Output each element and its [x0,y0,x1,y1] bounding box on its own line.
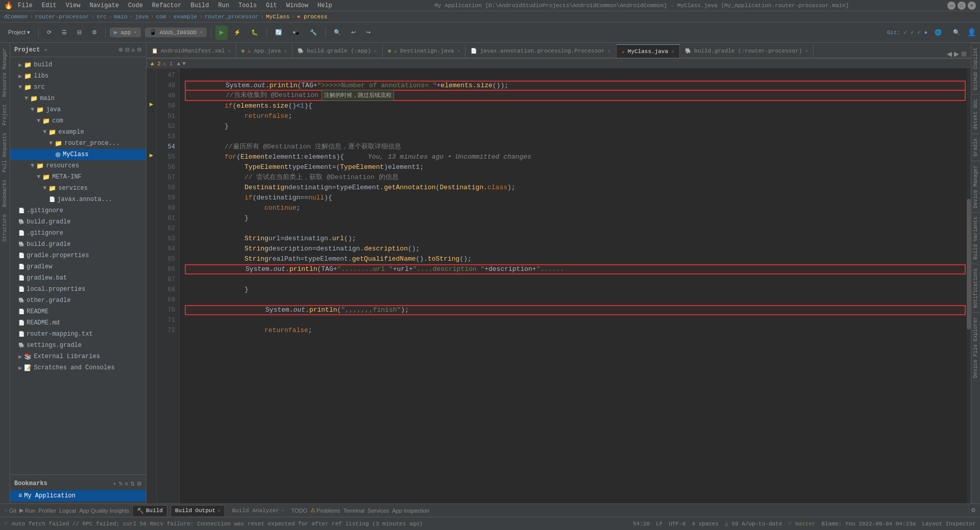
breadcrumb-src[interactable]: src [96,14,107,20]
breadcrumb-myclass[interactable]: MyClass [266,14,289,20]
tabs-more[interactable]: ⊞ [961,50,967,58]
avd-btn[interactable]: 📲 [288,26,304,40]
tree-src[interactable]: ▼ 📁 src [10,82,146,93]
tree-gitignore2[interactable]: 📄 .gitignore [10,228,146,239]
tree-myclass[interactable]: ⬤ MyClass [10,149,146,160]
bookmarks-edit-btn[interactable]: ✎ [118,481,123,487]
tab-build-gradle-app[interactable]: 🐘 build.gradle (:app) ✕ [292,44,382,58]
tool-profiler-btn[interactable]: Profiler [38,508,56,514]
bookmarks-add-btn[interactable]: + [113,481,116,487]
tree-router-mapping[interactable]: 📄 router-mapping.txt [10,329,146,340]
tree-build-gradle2[interactable]: 🐘 build.gradle [10,239,146,250]
settings-btn[interactable]: ⚙ [88,26,101,40]
tab-close-btn[interactable]: ✕ [284,48,287,54]
vtab-bookmarks[interactable]: Bookmarks [1,176,9,210]
breadcrumb-com[interactable]: com [156,14,166,20]
tree-ext-libs[interactable]: ▶ 📚 External Libraries [10,351,146,362]
right-tab-detekt[interactable]: detekt doc [972,94,979,134]
breadcrumb-process[interactable]: ● process [297,14,327,20]
bookmarks-my-app[interactable]: ≡ My Application [10,490,146,501]
tab-build-gradle-router[interactable]: 🐘 build.gradle (:router-processor) ✕ [680,44,814,58]
right-tab-device-manager[interactable]: Device Manager [972,161,979,212]
build-output-close[interactable]: ✕ [217,508,220,514]
tree-gradlew-bat[interactable]: 📄 gradlew.bat [10,272,146,284]
menu-git[interactable]: Git [262,1,281,10]
tool-git-btn[interactable]: ⑂ Git [4,508,16,514]
layout-inspector-btn[interactable]: Layout Inspector [922,521,976,527]
tab-close-btn[interactable]: ✕ [374,48,377,54]
vtab-resource-manager[interactable]: Resource Manager [1,45,9,100]
project-view-btn[interactable]: Project ▾ [4,26,34,40]
sidebar-settings-btn[interactable]: ≡ [132,46,135,53]
breadcrumb-example[interactable]: example [174,14,197,20]
tab-close-btn[interactable]: ✕ [805,48,808,54]
tree-javax-annot[interactable]: 📄 javax.annota... [10,194,146,205]
tab-androidmanifest[interactable]: 📋 AndroidManifest.xml ✕ [146,44,236,58]
tool-build-active[interactable]: 🔨 Build [132,505,167,516]
tree-local-props[interactable]: 📄 local.properties [10,284,146,295]
tree-build-gradle[interactable]: 🐘 build.gradle [10,216,146,228]
tree-gitignore[interactable]: 📄 .gitignore [10,205,146,216]
encoding-label[interactable]: UTF-8 [669,521,685,527]
warning-count[interactable]: ▲ 2 [151,61,161,67]
collapse-btn[interactable]: ⊟ [73,26,86,40]
tree-other-gradle[interactable]: 🐘 other.gradle [10,295,146,306]
code-content[interactable]: System.out.println(TAG + ">>>>>Number of… [180,68,971,503]
tool-todo-btn[interactable]: TODO [291,508,307,514]
gradle-sync-btn[interactable]: 🔄 [271,26,286,40]
tool-app-inspection-btn[interactable]: App Inspection [392,508,429,514]
tab-close-btn[interactable]: ✕ [671,48,674,55]
menu-view[interactable]: View [62,1,85,10]
right-tab-device-file[interactable]: Device File Explorer [972,312,979,382]
translate-btn[interactable]: 🌐 [930,26,946,40]
vtab-project[interactable]: Project [1,101,9,129]
error-count[interactable]: ⚠ 1 [163,60,173,67]
right-tab-notifications[interactable]: Notifications [972,264,979,312]
menu-refactor[interactable]: Refactor [148,1,186,10]
bookmarks-settings-btn[interactable]: ⚙ [137,481,142,487]
menu-navigate[interactable]: Navigate [85,1,123,10]
profile-button[interactable]: ⚡ [230,26,245,40]
tool-build-analyzer-tab[interactable]: Build Analyzer ✕ [228,505,288,516]
bookmarks-sort-btn[interactable]: ≡ [125,481,128,487]
search-everywhere-btn[interactable]: 🔍 [330,26,345,40]
tree-example[interactable]: ▼ 📁 example [10,127,146,138]
redo-btn[interactable]: ↪ [362,26,375,40]
undo-btn[interactable]: ↩ [347,26,360,40]
right-tab-gradle[interactable]: Gradle [972,134,979,161]
tree-java[interactable]: ▼ 📁 java [10,104,146,115]
nav-arrows-down[interactable]: ▼ [182,61,186,67]
close-button[interactable]: ✕ [968,2,976,10]
git-branch[interactable]: ⑂ master [788,521,815,527]
menu-edit[interactable]: Edit [38,1,61,10]
tree-gradle-props[interactable]: 📄 gradle.properties [10,250,146,261]
tree-build[interactable]: ▶ 📁 build [10,59,146,70]
sidebar-gear-btn[interactable]: ⚙ [137,46,142,53]
tabs-chevron-right[interactable]: ▶ [954,50,959,58]
scrollbar-thumb[interactable] [967,199,971,330]
tree-settings-gradle[interactable]: 🐘 settings.gradle [10,340,146,351]
breadcrumb-router-processor-pkg[interactable]: router_processor [205,14,259,20]
indent-label[interactable]: 4 spaces [692,521,719,527]
tab-javax-processor[interactable]: 📄 javax.annotation.processing.Processor … [465,44,616,58]
list-btn[interactable]: ☰ [58,26,71,40]
right-tab-github-copilot[interactable]: GitHub Copilot [972,43,979,94]
right-tab-build-variants[interactable]: Build Variants [972,212,979,264]
menu-help[interactable]: Help [313,1,336,10]
sync-btn[interactable]: ⟳ [43,26,56,40]
breadcrumb-main[interactable]: main [114,14,127,20]
tool-run-btn[interactable]: ▶ Run [19,507,35,514]
tab-myclass-active[interactable]: ☕ MyClass.java ✕ [617,44,680,58]
sidebar-collapse-btn[interactable]: ⊟ [125,46,130,53]
tree-resources[interactable]: ▼ 📁 resources [10,160,146,171]
breadcrumb-router-processor[interactable]: router-processor [35,14,89,20]
tool-services-btn[interactable]: Services [368,508,389,514]
device-chevron[interactable]: ▾ [200,30,202,35]
tool-quality-btn[interactable]: App Quality Insights [79,508,129,514]
tree-router-proc[interactable]: ▼ 📁 router_proce... [10,138,146,149]
scrollbar-track[interactable] [967,68,971,503]
tool-terminal-btn[interactable]: Terminal [344,508,365,514]
editor-content[interactable]: ▶ ▶ [146,68,971,503]
maximize-button[interactable]: □ [958,2,966,10]
tab-close-btn[interactable]: ✕ [457,48,460,54]
